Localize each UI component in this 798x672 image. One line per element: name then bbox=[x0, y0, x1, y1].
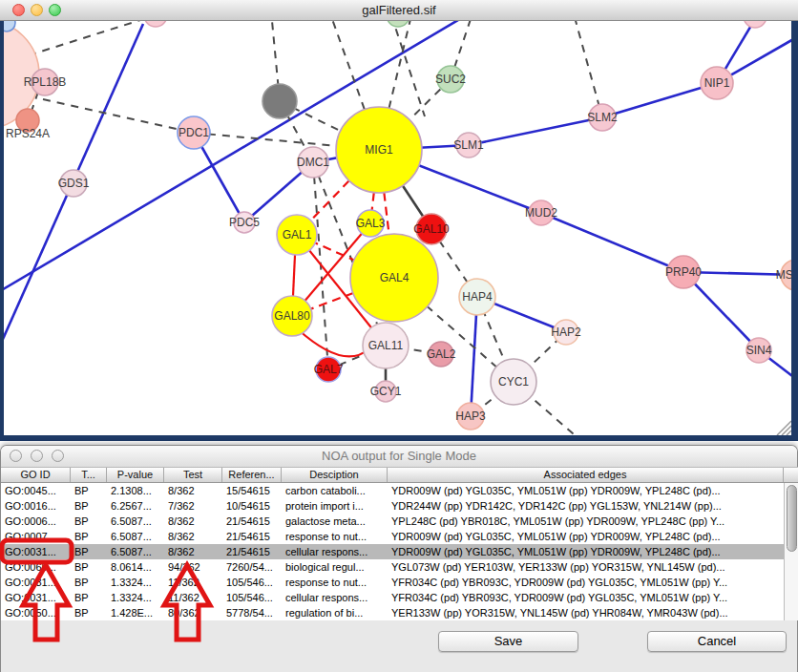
minimize-icon[interactable] bbox=[31, 450, 43, 462]
table-cell: 1.3324... bbox=[111, 575, 162, 590]
node-label-MIG1: MIG1 bbox=[365, 143, 393, 157]
column-header-p-value[interactable]: P-value bbox=[107, 468, 164, 482]
column-header-t-[interactable]: T... bbox=[71, 468, 107, 482]
table-cell: YGL073W (pd) YER103W, YER133W (pp) YOR31… bbox=[391, 559, 782, 575]
window-border-right bbox=[791, 21, 798, 441]
network-title-bar[interactable]: galFiltered.sif bbox=[0, 0, 798, 21]
node-label-SIN4: SIN4 bbox=[746, 344, 772, 357]
table-cell: GO:0031... bbox=[5, 544, 69, 559]
table-cell: YDR009W (pd) YGL035C, YML051W (pp) YDR00… bbox=[391, 544, 782, 559]
table-cell: carbon cataboli... bbox=[285, 483, 386, 498]
node-label-GDS1: GDS1 bbox=[58, 177, 90, 190]
node-unlabeled[interactable] bbox=[144, 21, 167, 27]
cancel-button[interactable]: Cancel bbox=[647, 631, 787, 652]
column-header-test[interactable]: Test bbox=[164, 468, 222, 482]
node-unlabeled[interactable] bbox=[387, 21, 410, 27]
node-label-GAL3: GAL3 bbox=[356, 217, 386, 230]
table-row[interactable]: GO:0050...BP1.428E...80/3625778/54...reg… bbox=[1, 605, 784, 620]
table-cell: 21/54615 bbox=[226, 529, 280, 544]
table-cell: BP bbox=[74, 483, 105, 498]
node-label-CYC1: CYC1 bbox=[498, 375, 529, 388]
window-border-bottom bbox=[0, 435, 798, 441]
node-label-GAL11: GAL11 bbox=[368, 339, 404, 352]
table-cell: YFR034C (pd) YBR093C, YDR009W (pd) YGL03… bbox=[391, 575, 782, 590]
table-cell: YER133W (pp) YOR315W, YNL145W (pd) YHR08… bbox=[391, 605, 782, 620]
table-row[interactable]: GO:0031...BP6.5087...8/36221/54615cellul… bbox=[1, 544, 784, 559]
network-canvas[interactable]: RPL18BRPS24AGDS1PDC1PDC5DMC1MIG1SUC2SLM1… bbox=[0, 21, 798, 435]
column-header-associated-edges[interactable]: Associated edges bbox=[388, 468, 784, 482]
table-row[interactable]: GO:0031...BP1.3324...11/362105/546...res… bbox=[1, 575, 784, 590]
table-cell: 21/54615 bbox=[226, 514, 280, 529]
table-cell: BP bbox=[74, 590, 105, 605]
table-cell: GO:0006... bbox=[5, 514, 69, 529]
table-cell: 7260/54... bbox=[226, 559, 280, 575]
table-cell: 80/362 bbox=[168, 605, 220, 620]
table-cell: YFR034C (pd) YBR093C, YDR009W (pd) YGL03… bbox=[391, 590, 782, 605]
scrollbar-thumb[interactable] bbox=[787, 485, 797, 552]
table-cell: BP bbox=[74, 544, 105, 559]
table-cell: BP bbox=[74, 559, 105, 575]
zoom-icon[interactable] bbox=[49, 4, 61, 16]
network-edge[interactable] bbox=[391, 21, 425, 116]
node-label-GAL7: GAL7 bbox=[314, 363, 344, 376]
table-row[interactable]: GO:0006...BP6.5087...8/36221/54615galact… bbox=[1, 514, 784, 529]
table-cell: GO:0016... bbox=[5, 498, 69, 514]
table-cell: GO:0045... bbox=[5, 483, 69, 498]
table-cell: regulation of bi... bbox=[285, 605, 386, 620]
table-cell: YDR009W (pd) YGL035C, YML051W (pp) YDR00… bbox=[391, 529, 782, 544]
close-icon[interactable] bbox=[10, 450, 22, 462]
vertical-scrollbar[interactable] bbox=[784, 483, 798, 620]
network-window: RPL18BRPS24AGDS1PDC1PDC5DMC1MIG1SUC2SLM1… bbox=[0, 0, 798, 441]
table-cell: biological regul... bbox=[285, 559, 386, 575]
node-label-SUC2: SUC2 bbox=[435, 73, 466, 86]
table-row[interactable]: GO:0045...BP2.1308...8/36215/54615carbon… bbox=[1, 483, 784, 498]
table-cell: GO:0031... bbox=[5, 575, 69, 590]
network-edge[interactable] bbox=[541, 213, 683, 272]
table-body: GO:0045...BP2.1308...8/36215/54615carbon… bbox=[1, 483, 784, 620]
close-icon[interactable] bbox=[12, 4, 25, 16]
node-label-GAL10: GAL10 bbox=[413, 222, 450, 236]
node-unlabeled[interactable] bbox=[262, 84, 297, 118]
network-edge[interactable] bbox=[43, 99, 194, 133]
table-cell: 8/362 bbox=[168, 514, 220, 529]
table-cell: protein import i... bbox=[285, 498, 386, 514]
table-cell: GO:0031... bbox=[5, 590, 69, 605]
save-button[interactable]: Save bbox=[438, 631, 578, 652]
table-cell: 8.0614... bbox=[111, 559, 162, 575]
node-unlabeled[interactable] bbox=[744, 21, 766, 28]
table-cell: 6.2567... bbox=[111, 498, 162, 514]
table-row[interactable]: GO:0031...BP1.3324...11/362105/546...cel… bbox=[1, 590, 784, 605]
table-cell: 8/362 bbox=[168, 529, 220, 544]
table-cell: galactose meta... bbox=[285, 514, 386, 529]
network-edge[interactable] bbox=[298, 329, 368, 356]
node-label-PRP40: PRP40 bbox=[665, 265, 702, 279]
resize-grip-icon[interactable] bbox=[782, 426, 791, 435]
network-edge[interactable] bbox=[575, 21, 602, 117]
noa-title-bar[interactable]: NOA output for Single Mode bbox=[1, 446, 797, 468]
table-row[interactable]: GO:0007...BP6.5087...8/36221/54615respon… bbox=[1, 529, 784, 544]
node-label-HAP2: HAP2 bbox=[551, 326, 581, 339]
zoom-icon[interactable] bbox=[52, 450, 64, 462]
table-cell: response to nut... bbox=[285, 575, 386, 590]
noa-output-window: NOA output for Single Mode GO IDT...P-va… bbox=[0, 445, 798, 672]
table-cell: 11/362 bbox=[168, 590, 220, 605]
network-window-title: galFiltered.sif bbox=[0, 0, 798, 20]
table-cell: YPL248C (pd) YBR018C, YML051W (pp) YDR00… bbox=[391, 514, 782, 529]
network-edge[interactable] bbox=[469, 117, 602, 145]
table-cell: 5778/54... bbox=[226, 605, 280, 620]
table-row[interactable]: GO:0065...BP8.0614...94/3627260/54...bio… bbox=[1, 559, 784, 575]
table-cell: 6.5087... bbox=[111, 529, 162, 544]
table-cell: 6.5087... bbox=[111, 514, 162, 529]
network-edge[interactable] bbox=[602, 83, 717, 117]
column-header-referen-[interactable]: Referen... bbox=[222, 468, 282, 482]
node-label-MUD2: MUD2 bbox=[525, 206, 557, 220]
table-cell: BP bbox=[74, 498, 105, 514]
node-label-DMC1: DMC1 bbox=[297, 156, 329, 169]
column-header-desciption[interactable]: Desciption bbox=[282, 468, 388, 482]
column-header-go-id[interactable]: GO ID bbox=[1, 468, 71, 482]
node-label-GCY1: GCY1 bbox=[370, 385, 402, 398]
table-cell: 105/546... bbox=[226, 575, 280, 590]
minimize-icon[interactable] bbox=[31, 4, 43, 16]
table-row[interactable]: GO:0016...BP6.2567...7/36210/54615protei… bbox=[1, 498, 784, 514]
window-border-left bbox=[0, 21, 4, 441]
